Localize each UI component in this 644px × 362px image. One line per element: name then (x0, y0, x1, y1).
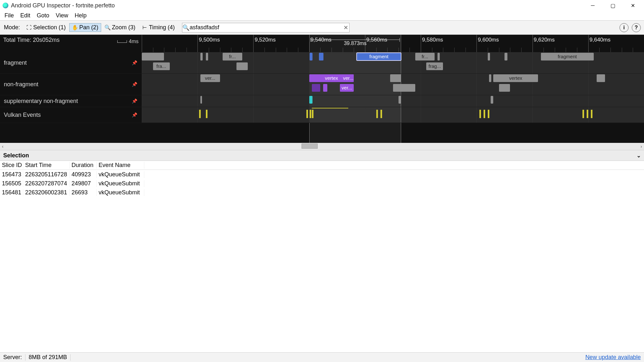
slice[interactable] (200, 53, 203, 60)
slice[interactable] (399, 96, 401, 104)
timeline-scrollbar[interactable]: ‹ › (0, 143, 644, 150)
vulkan-event-mark[interactable] (199, 110, 201, 118)
mode-label: Mode: (2, 23, 22, 32)
total-time: Total Time: 20s052ms (3, 37, 60, 43)
table-row[interactable]: 156481226320600238126693vkQueueSubmit (0, 188, 644, 197)
vulkan-event-mark[interactable] (587, 110, 588, 118)
menu-file[interactable]: File (1, 12, 17, 20)
slice[interactable] (319, 53, 323, 60)
slice[interactable]: frag... (426, 62, 443, 70)
slice[interactable]: fr... (415, 53, 435, 60)
close-button[interactable]: ✕ (623, 0, 643, 11)
pin-icon[interactable]: 📌 (132, 98, 137, 104)
slice[interactable] (489, 74, 491, 82)
selection-panel-header[interactable]: Selection ⌄ (0, 150, 644, 161)
menu-help[interactable]: Help (72, 12, 90, 20)
vulkan-event-mark[interactable] (206, 110, 207, 118)
menubar: FileEditGotoViewHelp (0, 11, 644, 21)
slice[interactable] (312, 84, 320, 92)
info-icon[interactable]: i (620, 23, 629, 32)
track-lane[interactable]: ver...vertexver...vertexver... (142, 74, 644, 95)
ruler-tick: 9,520ms (255, 37, 275, 43)
mode-timing-button[interactable]: ⊢Timing (4) (139, 23, 178, 32)
ruler-tick: 9,500ms (199, 37, 220, 43)
menu-view[interactable]: View (53, 12, 72, 20)
slice[interactable] (200, 96, 202, 104)
slice[interactable] (310, 53, 312, 60)
slice[interactable] (488, 53, 490, 60)
toolbar: Mode: ⛶Selection (1)✋Pan (2)🔍Zoom (3)⊢Ti… (0, 21, 644, 35)
slice[interactable] (323, 84, 327, 92)
scroll-thumb[interactable] (302, 144, 318, 149)
vulkan-event-mark[interactable] (312, 110, 313, 118)
window-title: Android GPU Inspector - fortnite.perfett… (11, 2, 115, 9)
search-input-wrap[interactable]: 🔍 ✕ (182, 23, 350, 32)
minimize-button[interactable]: ─ (583, 0, 603, 11)
col-event[interactable]: Event Name (97, 162, 144, 169)
slice[interactable] (142, 53, 164, 60)
slice[interactable]: fragment (357, 53, 401, 60)
slice[interactable] (499, 84, 510, 92)
menu-goto[interactable]: Goto (34, 12, 53, 20)
col-slice_id[interactable]: Slice ID (0, 162, 23, 169)
ruler-tick: 9,620ms (534, 37, 555, 43)
mode-zoom-button[interactable]: 🔍Zoom (3) (102, 23, 138, 32)
slice[interactable] (491, 96, 494, 104)
time-ruler[interactable]: 9,500ms9,520ms9,540ms9,560ms9,580ms9,600… (142, 35, 644, 52)
vulkan-event-mark[interactable] (591, 110, 592, 118)
slice[interactable] (393, 84, 415, 92)
col-dur[interactable]: Duration (70, 162, 97, 169)
help-icon[interactable]: ? (632, 23, 641, 32)
vulkan-event-mark[interactable] (310, 110, 311, 118)
clear-search-icon[interactable]: ✕ (342, 24, 349, 31)
app-icon (3, 3, 8, 8)
track-lane[interactable] (142, 95, 644, 107)
titlebar: Android GPU Inspector - fortnite.perfett… (0, 0, 644, 11)
vulkan-event-mark[interactable] (380, 110, 382, 118)
vulkan-event-mark[interactable] (484, 110, 485, 118)
selection-icon: ⛶ (26, 25, 32, 31)
slice[interactable]: fr... (223, 53, 242, 60)
vulkan-event-mark[interactable] (582, 110, 584, 118)
track-lane[interactable]: fr...fragmentfr...fragmentfra...frag... (142, 52, 644, 73)
timing-icon: ⊢ (142, 25, 148, 31)
slice[interactable] (236, 62, 248, 70)
mode-pan-button[interactable]: ✋Pan (2) (69, 23, 101, 32)
slice[interactable]: ver... (343, 74, 354, 82)
col-start[interactable]: Start Time (23, 162, 70, 169)
vulkan-event-mark[interactable] (306, 110, 308, 118)
slice[interactable]: ver... (340, 84, 354, 92)
pin-icon[interactable]: 📌 (132, 82, 137, 87)
update-link[interactable]: New update available (585, 354, 641, 361)
slice[interactable] (390, 74, 401, 82)
slice[interactable]: ver... (200, 74, 220, 82)
search-input[interactable] (189, 23, 342, 32)
track-label: Vulkan Events (4, 112, 41, 118)
slice[interactable]: fra... (153, 62, 170, 70)
pin-icon[interactable]: 📌 (132, 60, 137, 65)
pan-icon: ✋ (72, 25, 78, 31)
slice[interactable] (505, 53, 507, 60)
chevron-down-icon[interactable]: ⌄ (637, 153, 641, 159)
table-row[interactable]: 1564732263205116728409923vkQueueSubmit (0, 170, 644, 179)
slice[interactable]: vertex (493, 74, 538, 82)
ruler-tick: 9,580ms (422, 37, 443, 43)
vulkan-event-mark[interactable] (479, 110, 481, 118)
server-label: Server: (3, 354, 22, 361)
menu-edit[interactable]: Edit (17, 12, 34, 20)
slice[interactable] (206, 53, 208, 60)
statusbar: Server: 8MB of 291MB New update availabl… (0, 352, 644, 362)
slice[interactable] (597, 74, 605, 82)
maximize-button[interactable]: ▢ (603, 0, 623, 11)
vulkan-event-mark[interactable] (488, 110, 489, 118)
slice[interactable] (309, 96, 312, 104)
table-row[interactable]: 1565052263207287074249807vkQueueSubmit (0, 179, 644, 188)
slice[interactable] (437, 53, 440, 60)
pin-icon[interactable]: 📌 (132, 112, 137, 117)
track-label: supplementary non-fragment (4, 98, 78, 105)
vulkan-event-mark[interactable] (376, 110, 378, 118)
timeline[interactable]: Total Time: 20s052ms 4ms 9,500ms9,520ms9… (0, 35, 644, 143)
slice[interactable]: fragment (541, 53, 594, 60)
track-lane[interactable] (142, 107, 644, 123)
mode-selection-button[interactable]: ⛶Selection (1) (23, 23, 69, 32)
